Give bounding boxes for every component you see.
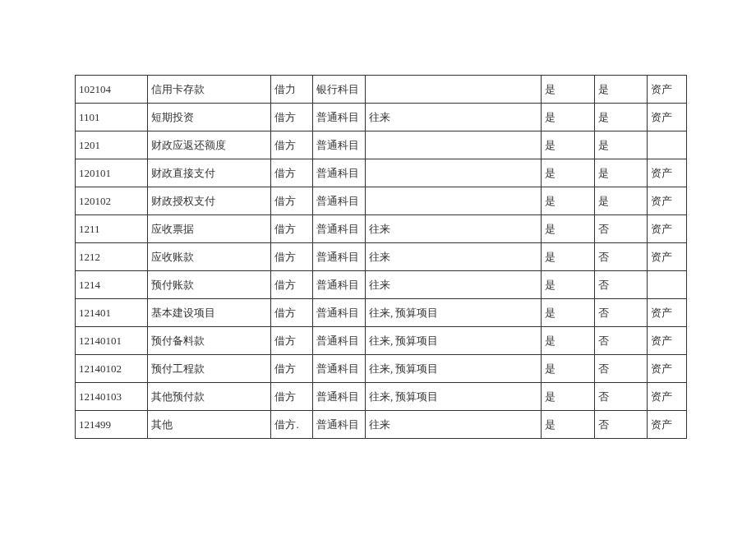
cell-aux [365, 76, 542, 104]
cell-aux: 往来, 预算项目 [365, 383, 542, 411]
cell-asset: 资产 [648, 187, 687, 215]
cell-yes2: 是 [594, 159, 647, 187]
cell-yes1: 是 [542, 411, 594, 439]
cell-name: 财政授权支付 [148, 187, 271, 215]
cell-debit: 借方 [271, 215, 312, 243]
cell-asset: 资产 [648, 159, 687, 187]
cell-subject: 普通科目 [312, 383, 365, 411]
cell-name: 基本建设项目 [148, 299, 271, 327]
cell-subject: 银行科目 [312, 76, 365, 104]
cell-asset: 资产 [648, 104, 687, 131]
cell-asset: 资产 [648, 327, 687, 355]
cell-name: 其他 [148, 411, 271, 439]
cell-name: 应收账款 [148, 243, 271, 271]
cell-code: 12140103 [76, 383, 148, 411]
cell-code: 1101 [76, 104, 148, 131]
table-row: 12140102预付工程款借方普通科目往来, 预算项目是否资产 [76, 355, 687, 383]
cell-yes2: 是 [594, 131, 647, 159]
cell-debit: 借方 [271, 243, 312, 271]
cell-yes1: 是 [542, 104, 594, 131]
cell-code: 1211 [76, 215, 148, 243]
cell-asset: 资产 [648, 411, 687, 439]
cell-debit: 借方 [271, 327, 312, 355]
cell-aux: 往来 [365, 243, 542, 271]
cell-yes2: 否 [594, 215, 647, 243]
table-row: 1201财政应返还额度借方普通科目是是 [76, 131, 687, 159]
cell-name: 预付账款 [148, 271, 271, 299]
cell-yes1: 是 [542, 215, 594, 243]
accounts-table: 102104信用卡存款借力银行科目是是资产1101短期投资借方普通科目往来是是资… [75, 75, 687, 439]
cell-yes2: 否 [594, 383, 647, 411]
cell-debit: 借方 [271, 383, 312, 411]
cell-debit: 借方 [271, 159, 312, 187]
cell-subject: 普通科目 [312, 355, 365, 383]
cell-aux: 往来, 预算项目 [365, 327, 542, 355]
cell-yes1: 是 [542, 299, 594, 327]
cell-aux: 往来 [365, 271, 542, 299]
cell-aux: 往来, 预算项目 [365, 299, 542, 327]
cell-yes1: 是 [542, 131, 594, 159]
cell-asset: 资产 [648, 299, 687, 327]
cell-debit: 借方 [271, 355, 312, 383]
cell-yes2: 否 [594, 355, 647, 383]
cell-name: 信用卡存款 [148, 76, 271, 104]
cell-asset: 资产 [648, 243, 687, 271]
cell-debit: 借方. [271, 411, 312, 439]
cell-debit: 借方 [271, 131, 312, 159]
cell-yes2: 否 [594, 243, 647, 271]
cell-yes2: 否 [594, 327, 647, 355]
cell-debit: 借方 [271, 104, 312, 131]
cell-aux: 往来 [365, 411, 542, 439]
cell-asset: 资产 [648, 76, 687, 104]
cell-code: 121499 [76, 411, 148, 439]
table-row: 1101短期投资借方普通科目往来是是资产 [76, 104, 687, 131]
cell-name: 预付工程款 [148, 355, 271, 383]
table-row: 121499其他借方.普通科目往来是否资产 [76, 411, 687, 439]
cell-aux [365, 159, 542, 187]
table-row: 102104信用卡存款借力银行科目是是资产 [76, 76, 687, 104]
cell-subject: 普通科目 [312, 243, 365, 271]
table-row: 120102财政授权支付借方普通科目是是资产 [76, 187, 687, 215]
cell-aux: 往来 [365, 215, 542, 243]
cell-code: 12140102 [76, 355, 148, 383]
table-row: 121401基本建设项目借方普通科目往来, 预算项目是否资产 [76, 299, 687, 327]
cell-subject: 普通科目 [312, 104, 365, 131]
cell-name: 财政应返还额度 [148, 131, 271, 159]
cell-subject: 普通科目 [312, 411, 365, 439]
cell-subject: 普通科目 [312, 215, 365, 243]
cell-code: 102104 [76, 76, 148, 104]
cell-subject: 普通科目 [312, 327, 365, 355]
cell-aux [365, 131, 542, 159]
table-row: 1212应收账款借方普通科目往来是否资产 [76, 243, 687, 271]
cell-code: 121401 [76, 299, 148, 327]
cell-aux: 往来 [365, 104, 542, 131]
table-row: 1211应收票据借方普通科目往来是否资产 [76, 215, 687, 243]
cell-aux: 往来, 预算项目 [365, 355, 542, 383]
cell-yes1: 是 [542, 76, 594, 104]
cell-yes1: 是 [542, 271, 594, 299]
cell-name: 短期投资 [148, 104, 271, 131]
cell-code: 1212 [76, 243, 148, 271]
cell-name: 其他预付款 [148, 383, 271, 411]
cell-yes2: 是 [594, 76, 647, 104]
cell-yes1: 是 [542, 187, 594, 215]
cell-asset: 资产 [648, 355, 687, 383]
cell-name: 应收票据 [148, 215, 271, 243]
cell-name: 预付备料款 [148, 327, 271, 355]
table-row: 12140103其他预付款借方普通科目往来, 预算项目是否资产 [76, 383, 687, 411]
cell-aux [365, 187, 542, 215]
cell-subject: 普通科目 [312, 159, 365, 187]
cell-debit: 借方 [271, 271, 312, 299]
cell-yes2: 是 [594, 187, 647, 215]
cell-code: 1201 [76, 131, 148, 159]
cell-yes2: 否 [594, 299, 647, 327]
cell-code: 1214 [76, 271, 148, 299]
cell-asset: 资产 [648, 383, 687, 411]
cell-asset [648, 271, 687, 299]
cell-yes2: 否 [594, 271, 647, 299]
cell-debit: 借方 [271, 299, 312, 327]
cell-code: 12140101 [76, 327, 148, 355]
cell-code: 120101 [76, 159, 148, 187]
cell-subject: 普通科目 [312, 271, 365, 299]
cell-yes2: 是 [594, 104, 647, 131]
